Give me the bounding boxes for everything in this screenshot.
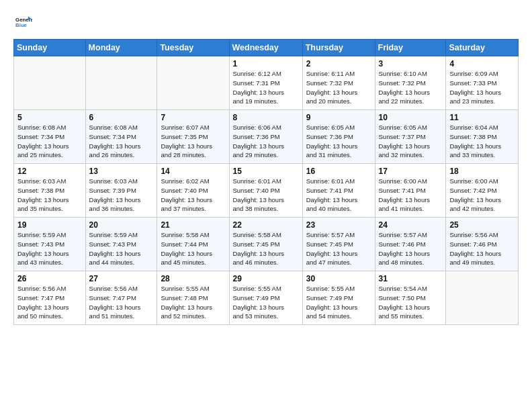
- weekday-monday: Monday: [85, 40, 157, 56]
- day-info: Sunrise: 6:00 AMSunset: 7:41 PMDaylight:…: [379, 177, 443, 214]
- day-cell: 11Sunrise: 6:04 AMSunset: 7:38 PMDayligh…: [446, 110, 519, 164]
- day-number: 11: [449, 113, 515, 122]
- day-info: Sunrise: 6:11 AMSunset: 7:32 PMDaylight:…: [306, 69, 371, 106]
- day-cell: 4Sunrise: 6:09 AMSunset: 7:33 PMDaylight…: [446, 56, 519, 110]
- day-number: 24: [379, 220, 443, 230]
- day-info: Sunrise: 5:58 AMSunset: 7:45 PMDaylight:…: [233, 230, 299, 267]
- day-number: 5: [17, 113, 82, 122]
- day-info: Sunrise: 6:09 AMSunset: 7:33 PMDaylight:…: [449, 69, 515, 106]
- day-number: 3: [379, 59, 443, 68]
- day-info: Sunrise: 5:55 AMSunset: 7:49 PMDaylight:…: [233, 284, 299, 321]
- day-info: Sunrise: 6:05 AMSunset: 7:37 PMDaylight:…: [379, 123, 443, 160]
- day-cell: 10Sunrise: 6:05 AMSunset: 7:37 PMDayligh…: [375, 110, 446, 164]
- day-number: 7: [161, 113, 225, 122]
- day-cell: [446, 271, 519, 325]
- day-number: 28: [161, 274, 225, 283]
- day-cell: 6Sunrise: 6:08 AMSunset: 7:34 PMDaylight…: [85, 110, 157, 164]
- day-cell: 24Sunrise: 5:57 AMSunset: 7:46 PMDayligh…: [375, 218, 446, 271]
- day-cell: 8Sunrise: 6:06 AMSunset: 7:36 PMDaylight…: [229, 110, 302, 164]
- day-number: 6: [89, 113, 154, 122]
- day-info: Sunrise: 5:59 AMSunset: 7:43 PMDaylight:…: [17, 230, 82, 267]
- week-row-3: 12Sunrise: 6:03 AMSunset: 7:38 PMDayligh…: [14, 164, 519, 218]
- day-cell: [14, 56, 86, 110]
- day-number: 15: [233, 167, 299, 176]
- day-number: 9: [306, 113, 371, 122]
- weekday-friday: Friday: [375, 40, 446, 56]
- weekday-thursday: Thursday: [302, 40, 375, 56]
- week-row-2: 5Sunrise: 6:08 AMSunset: 7:34 PMDaylight…: [14, 110, 519, 164]
- day-cell: 3Sunrise: 6:10 AMSunset: 7:32 PMDaylight…: [375, 56, 446, 110]
- day-number: 26: [17, 274, 82, 283]
- day-number: 17: [379, 167, 443, 176]
- day-cell: [157, 56, 229, 110]
- day-info: Sunrise: 5:55 AMSunset: 7:48 PMDaylight:…: [161, 284, 225, 321]
- day-info: Sunrise: 6:04 AMSunset: 7:38 PMDaylight:…: [449, 123, 515, 160]
- day-number: 13: [89, 167, 154, 176]
- day-number: 1: [233, 59, 299, 68]
- day-info: Sunrise: 5:56 AMSunset: 7:46 PMDaylight:…: [449, 230, 515, 267]
- day-number: 30: [306, 274, 371, 283]
- day-info: Sunrise: 6:05 AMSunset: 7:36 PMDaylight:…: [306, 123, 371, 160]
- day-info: Sunrise: 6:03 AMSunset: 7:38 PMDaylight:…: [17, 177, 82, 214]
- day-info: Sunrise: 6:10 AMSunset: 7:32 PMDaylight:…: [379, 69, 443, 106]
- day-number: 19: [17, 220, 82, 230]
- day-number: 12: [17, 167, 82, 176]
- day-info: Sunrise: 6:03 AMSunset: 7:39 PMDaylight:…: [89, 177, 154, 214]
- day-info: Sunrise: 6:00 AMSunset: 7:42 PMDaylight:…: [449, 177, 515, 214]
- week-row-5: 26Sunrise: 5:56 AMSunset: 7:47 PMDayligh…: [14, 271, 519, 325]
- day-cell: 20Sunrise: 5:59 AMSunset: 7:43 PMDayligh…: [85, 218, 157, 271]
- day-cell: 30Sunrise: 5:55 AMSunset: 7:49 PMDayligh…: [302, 271, 375, 325]
- day-cell: 13Sunrise: 6:03 AMSunset: 7:39 PMDayligh…: [85, 164, 157, 218]
- day-cell: 29Sunrise: 5:55 AMSunset: 7:49 PMDayligh…: [229, 271, 302, 325]
- day-cell: 31Sunrise: 5:54 AMSunset: 7:50 PMDayligh…: [375, 271, 446, 325]
- day-number: 16: [306, 167, 371, 176]
- day-number: 2: [306, 59, 371, 68]
- day-number: 31: [379, 274, 443, 283]
- day-number: 25: [449, 220, 515, 230]
- day-number: 10: [379, 113, 443, 122]
- day-cell: 22Sunrise: 5:58 AMSunset: 7:45 PMDayligh…: [229, 218, 302, 271]
- day-info: Sunrise: 6:08 AMSunset: 7:34 PMDaylight:…: [89, 123, 154, 160]
- day-info: Sunrise: 5:56 AMSunset: 7:47 PMDaylight:…: [89, 284, 154, 321]
- day-cell: 23Sunrise: 5:57 AMSunset: 7:45 PMDayligh…: [302, 218, 375, 271]
- weekday-wednesday: Wednesday: [229, 40, 302, 56]
- day-info: Sunrise: 6:02 AMSunset: 7:40 PMDaylight:…: [161, 177, 225, 214]
- day-info: Sunrise: 5:54 AMSunset: 7:50 PMDaylight:…: [379, 284, 443, 321]
- day-cell: 18Sunrise: 6:00 AMSunset: 7:42 PMDayligh…: [446, 164, 519, 218]
- day-info: Sunrise: 5:57 AMSunset: 7:46 PMDaylight:…: [379, 230, 443, 267]
- weekday-tuesday: Tuesday: [157, 40, 229, 56]
- day-cell: 28Sunrise: 5:55 AMSunset: 7:48 PMDayligh…: [157, 271, 229, 325]
- day-cell: 27Sunrise: 5:56 AMSunset: 7:47 PMDayligh…: [85, 271, 157, 325]
- day-number: 20: [89, 220, 154, 230]
- day-cell: 7Sunrise: 6:07 AMSunset: 7:35 PMDaylight…: [157, 110, 229, 164]
- day-number: 27: [89, 274, 154, 283]
- logo: General Blue: [13, 12, 35, 31]
- day-cell: 12Sunrise: 6:03 AMSunset: 7:38 PMDayligh…: [14, 164, 86, 218]
- calendar: SundayMondayTuesdayWednesdayThursdayFrid…: [13, 39, 519, 325]
- day-cell: 14Sunrise: 6:02 AMSunset: 7:40 PMDayligh…: [157, 164, 229, 218]
- day-cell: [85, 56, 157, 110]
- weekday-header-row: SundayMondayTuesdayWednesdayThursdayFrid…: [14, 40, 519, 56]
- day-cell: 21Sunrise: 5:58 AMSunset: 7:44 PMDayligh…: [157, 218, 229, 271]
- day-info: Sunrise: 5:59 AMSunset: 7:43 PMDaylight:…: [89, 230, 154, 267]
- day-info: Sunrise: 6:01 AMSunset: 7:41 PMDaylight:…: [306, 177, 371, 214]
- day-number: 18: [449, 167, 515, 176]
- svg-text:Blue: Blue: [15, 22, 28, 28]
- day-cell: 15Sunrise: 6:01 AMSunset: 7:40 PMDayligh…: [229, 164, 302, 218]
- day-number: 29: [233, 274, 299, 283]
- day-cell: 25Sunrise: 5:56 AMSunset: 7:46 PMDayligh…: [446, 218, 519, 271]
- day-info: Sunrise: 6:12 AMSunset: 7:31 PMDaylight:…: [233, 69, 299, 106]
- day-cell: 1Sunrise: 6:12 AMSunset: 7:31 PMDaylight…: [229, 56, 302, 110]
- day-cell: 19Sunrise: 5:59 AMSunset: 7:43 PMDayligh…: [14, 218, 86, 271]
- header: General Blue: [13, 12, 519, 31]
- day-number: 4: [449, 59, 515, 68]
- day-cell: 17Sunrise: 6:00 AMSunset: 7:41 PMDayligh…: [375, 164, 446, 218]
- weekday-saturday: Saturday: [446, 40, 519, 56]
- week-row-1: 1Sunrise: 6:12 AMSunset: 7:31 PMDaylight…: [14, 56, 519, 110]
- weekday-sunday: Sunday: [14, 40, 86, 56]
- day-number: 22: [233, 220, 299, 230]
- day-cell: 16Sunrise: 6:01 AMSunset: 7:41 PMDayligh…: [302, 164, 375, 218]
- week-row-4: 19Sunrise: 5:59 AMSunset: 7:43 PMDayligh…: [14, 218, 519, 271]
- day-info: Sunrise: 5:56 AMSunset: 7:47 PMDaylight:…: [17, 284, 82, 321]
- day-info: Sunrise: 5:58 AMSunset: 7:44 PMDaylight:…: [161, 230, 225, 267]
